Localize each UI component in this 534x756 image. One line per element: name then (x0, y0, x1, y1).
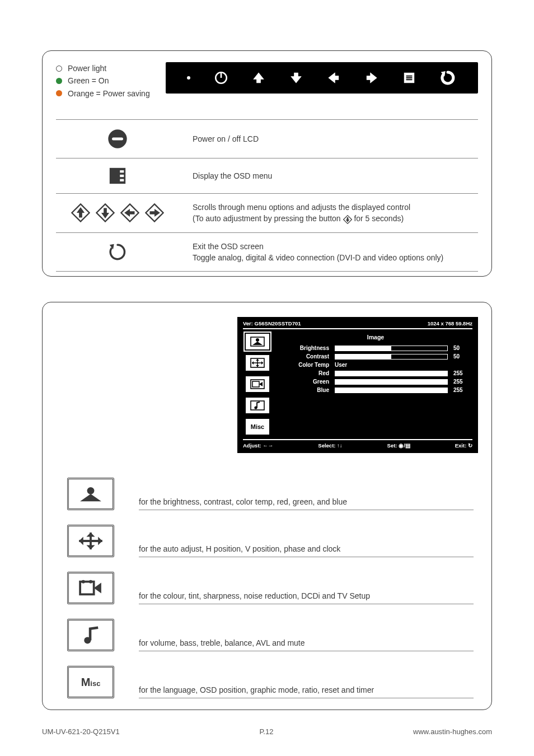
control-desc: Display the OSD menu (193, 170, 478, 181)
osd-section-title: Image (279, 334, 472, 343)
led-icon (187, 76, 190, 80)
osd-tabs: Misc (243, 334, 272, 435)
osd-label: Contrast (279, 353, 329, 360)
exit-icon (107, 241, 128, 263)
osd-row-colortemp[interactable]: Color Temp User (279, 362, 472, 368)
svg-rect-10 (120, 175, 124, 177)
osd-slider[interactable] (335, 354, 448, 360)
diamond-down-icon (343, 215, 352, 224)
osd-tab-image[interactable] (246, 334, 269, 349)
text: Exit the OSD screen (193, 242, 264, 251)
osd-label: Blue (279, 387, 329, 393)
arrow-right-icon (364, 71, 379, 85)
osd-tab-geometry[interactable] (246, 355, 269, 371)
arrow-down-icon (289, 71, 303, 85)
misc-label: Misc (251, 423, 264, 430)
text: Toggle analog, digital & video connectio… (193, 253, 443, 262)
osd-panel: Ver: G56SN20SSTD701 1024 x 768 59.8Hz Mi… (42, 302, 492, 710)
dot-icon (56, 78, 62, 84)
osd-label: Brightness (279, 345, 329, 351)
osd-value: 50 (453, 345, 472, 351)
menu-desc-text: for volume, bass, treble, balance, AVL a… (139, 638, 474, 651)
exit-icon (439, 69, 456, 86)
power-icon (106, 128, 129, 150)
menu-desc-text: for the language, OSD position, graphic … (139, 685, 474, 698)
control-desc: Scrolls through menu options and adjusts… (193, 202, 478, 225)
osd-hint-exit: Exit: ↻ (455, 442, 472, 449)
menu-desc-text: for the colour, tint, sharpness, noise r… (139, 591, 474, 604)
svg-point-21 (87, 487, 95, 494)
osd-row-blue[interactable]: Blue 255 (279, 387, 472, 393)
menu-desc-text: for the brightness, contrast, color temp… (139, 497, 474, 510)
arrow-left-icon (326, 71, 341, 85)
text: Scrolls through menu options and adjusts… (193, 203, 410, 212)
svg-point-13 (256, 338, 259, 342)
legend-text: Green = On (68, 74, 109, 87)
diamond-up-icon (71, 203, 90, 222)
osd-value: 255 (453, 379, 472, 385)
power-icon (214, 71, 228, 85)
osd-value: User (335, 362, 347, 368)
osd-row-red[interactable]: Red 255 (279, 370, 472, 376)
menu-desc-video: for the colour, tint, sharpness, noise r… (56, 564, 478, 611)
geometry-icon (67, 525, 114, 557)
osd-version: Ver: G56SN20SSTD701 (243, 320, 301, 326)
osd-tab-video[interactable] (246, 376, 269, 392)
svg-rect-24 (80, 582, 94, 595)
menu-desc-geometry: for the auto adjust, H position, V posit… (56, 517, 478, 564)
control-desc: Power on / off LCD (193, 133, 478, 144)
dot-icon (56, 90, 62, 96)
monitor-button-bar (166, 62, 478, 94)
diamond-down-icon (96, 203, 115, 222)
osd-screen: Ver: G56SN20SSTD701 1024 x 768 59.8Hz Mi… (237, 317, 478, 453)
osd-label: Red (279, 370, 329, 376)
svg-rect-11 (120, 179, 124, 181)
diamond-left-icon (120, 203, 139, 222)
doc-id: UM-UV-621-20-Q215V1 (42, 727, 120, 736)
osd-slider[interactable] (335, 388, 448, 393)
control-desc: Exit the OSD screen Toggle analog, digit… (193, 241, 478, 264)
menu-desc-image: for the brightness, contrast, color temp… (56, 470, 478, 517)
legend-text: Orange = Power saving (68, 87, 150, 100)
osd-row-brightness[interactable]: Brightness 50 (279, 345, 472, 351)
dot-icon (56, 66, 62, 72)
osd-value: 255 (453, 370, 472, 376)
osd-slider[interactable] (335, 346, 448, 351)
page-footer: UM-UV-621-20-Q215V1 P.12 www.austin-hugh… (42, 727, 492, 736)
menu-desc-text: for the auto adjust, H position, V posit… (139, 544, 474, 557)
audio-icon (67, 619, 114, 651)
svg-rect-7 (112, 138, 123, 141)
osd-value: 255 (453, 387, 472, 393)
menu-desc-audio: for volume, bass, treble, balance, AVL a… (56, 611, 478, 658)
controls-table: Power on / off LCD Display the OSD menu … (56, 119, 478, 272)
image-icon (67, 478, 114, 510)
menu-desc-misc: Misc for the language, OSD position, gra… (56, 658, 478, 705)
svg-rect-9 (120, 170, 124, 172)
osd-hint-set: Set: ◉/▤ (387, 442, 410, 449)
svg-point-26 (89, 580, 92, 584)
osd-tab-audio[interactable] (246, 398, 269, 413)
video-icon (67, 572, 114, 604)
osd-slider[interactable] (335, 379, 448, 385)
osd-tab-misc[interactable]: Misc (246, 419, 269, 435)
menu-icon (108, 166, 127, 185)
website: www.austin-hughes.com (413, 727, 492, 736)
controls-panel: Power light Green = On Orange = Power sa… (42, 50, 492, 277)
osd-hint-adjust: Adjust: ←→ (243, 442, 273, 449)
osd-resolution: 1024 x 768 59.8Hz (428, 320, 472, 326)
misc-icon: Misc (67, 666, 114, 698)
arrow-up-icon (251, 71, 266, 85)
legend-text: Power light (68, 62, 106, 74)
svg-point-25 (82, 580, 85, 584)
diamond-right-icon (145, 203, 164, 222)
osd-row-contrast[interactable]: Contrast 50 (279, 353, 472, 360)
power-light-legend: Power light Green = On Orange = Power sa… (56, 62, 150, 100)
osd-row-green[interactable]: Green 255 (279, 379, 472, 385)
svg-rect-18 (252, 381, 259, 387)
osd-slider[interactable] (335, 371, 448, 376)
text: for 5 seconds) (354, 214, 404, 223)
osd-hint-select: Select: ↑↓ (318, 442, 342, 449)
menu-icon (402, 71, 416, 85)
osd-label: Color Temp (279, 362, 329, 368)
page-number: P.12 (259, 727, 273, 736)
